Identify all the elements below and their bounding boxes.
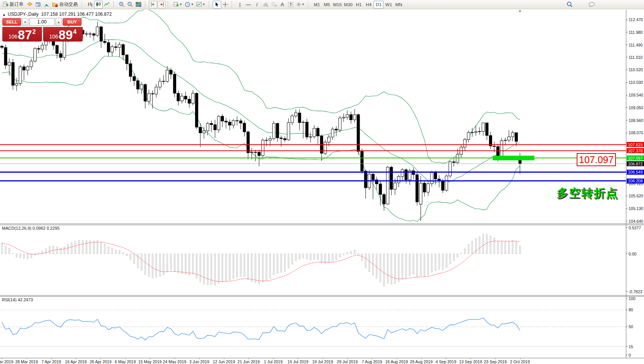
- timeframe-h1[interactable]: H1: [354, 1, 364, 8]
- zoom-in-icon: [118, 2, 125, 8]
- price-tick-label: 112.470: [629, 17, 643, 22]
- price-tick-label: 110.030: [629, 80, 643, 85]
- time-axis[interactable]: 19 Mar 201928 Mar 20197 Apr 201916 Apr 2…: [0, 358, 626, 364]
- bar-chart-button[interactable]: [86, 1, 94, 8]
- time-tick-mark: [150, 358, 150, 359]
- toolbar-separator: [168, 1, 171, 8]
- price-callout-box[interactable]: 107.097: [577, 153, 616, 166]
- vertical-line-tool[interactable]: |: [236, 1, 244, 8]
- layouts-button[interactable]: [25, 1, 34, 8]
- templates-dropdown[interactable]: ▼: [195, 1, 207, 8]
- arrows-dropdown[interactable]: ▼: [295, 1, 306, 8]
- sell-button[interactable]: SELL: [2, 18, 21, 26]
- macd-tick-mark: [626, 227, 627, 228]
- timeframe-m1[interactable]: M1: [312, 1, 322, 8]
- dropdown-caret-icon: ▼: [191, 3, 194, 6]
- svg-text:F: F: [275, 4, 277, 7]
- cursor-button[interactable]: [213, 1, 221, 8]
- horizontal-line-tool[interactable]: —: [244, 1, 253, 8]
- buy-price-panel[interactable]: 106 89 4: [43, 27, 83, 42]
- time-tick-mark: [199, 358, 200, 359]
- time-tick-label: 24 May 2019: [163, 359, 186, 364]
- timeframe-d1[interactable]: D1: [374, 1, 384, 8]
- price-tick-mark: [626, 120, 627, 120]
- timeframe-m15[interactable]: M15: [332, 1, 343, 8]
- market-watch-button[interactable]: [34, 1, 42, 8]
- periods-dropdown[interactable]: ▼: [184, 1, 195, 8]
- toolbar-group-objects: ▼ ▼ ▼: [172, 0, 207, 9]
- rsi-label: RSI(14) 42.2473: [2, 297, 33, 302]
- buy-button[interactable]: BUY: [63, 18, 82, 26]
- panel-separator[interactable]: [0, 295, 644, 296]
- template-icon: [196, 2, 202, 7]
- macd-scale-label: 0.5377: [629, 225, 641, 230]
- toolbar-group-scroll: [149, 0, 166, 9]
- price-tick-mark: [626, 107, 627, 108]
- price-level-label: 107.097: [627, 155, 644, 160]
- time-tick-label: 3 Jun 2019: [189, 359, 209, 364]
- time-tick-label: 13 Sep 2019: [459, 359, 482, 364]
- timeframe-m30[interactable]: M30: [343, 1, 354, 8]
- buy-price-pips: 89: [58, 29, 73, 41]
- zoom-in-button[interactable]: [117, 1, 126, 8]
- chat-button[interactable]: [587, 1, 596, 8]
- volume-input[interactable]: [29, 18, 55, 26]
- volume-increase-button[interactable]: ▲: [55, 18, 62, 26]
- timeframe-w1[interactable]: W1: [384, 1, 394, 8]
- rsi-panel-canvas[interactable]: [0, 297, 626, 358]
- time-tick-mark: [273, 358, 274, 359]
- chart-window[interactable]: ▲USDJPY-,Daily 107.158 107.291 106.477 1…: [0, 9, 644, 364]
- crosshair-button[interactable]: [221, 1, 230, 8]
- price-level-label: 107.615: [627, 142, 644, 147]
- panel-separator[interactable]: [0, 224, 644, 224]
- time-tick-mark: [470, 358, 471, 359]
- price-scale[interactable]: 112.470111.980111.490111.010110.520110.0…: [626, 9, 644, 358]
- channel-tool[interactable]: E: [261, 1, 270, 8]
- time-tick-mark: [125, 358, 126, 359]
- macd-panel-canvas[interactable]: [0, 225, 626, 295]
- search-button[interactable]: [565, 1, 574, 8]
- time-tick-label: 10 Jul 2019: [287, 359, 308, 364]
- trendline-tool[interactable]: /: [253, 1, 261, 8]
- dropdown-caret-icon: ▼: [202, 3, 205, 6]
- zoom-out-button[interactable]: [126, 1, 134, 8]
- macd-label: MACD(12,26,9) 0.0962 0.2295: [2, 226, 60, 230]
- signals-button[interactable]: [42, 1, 51, 8]
- buy-price-point: 4: [73, 28, 77, 35]
- turning-point-annotation[interactable]: 多空转折点: [557, 185, 618, 201]
- rsi-tick-mark: [626, 299, 627, 299]
- equidistant-channel-icon: E: [262, 2, 269, 7]
- time-tick-mark: [76, 358, 76, 359]
- auto-scroll-button[interactable]: [157, 1, 166, 8]
- timeframe-m5[interactable]: M5: [322, 1, 332, 8]
- rsi-scale-label: 0: [629, 353, 631, 357]
- toolbar-separator: [113, 1, 116, 8]
- price-tick-mark: [626, 57, 627, 57]
- text-label-tool[interactable]: T: [287, 1, 295, 8]
- oneclick-collapse-icon[interactable]: ▲: [2, 13, 6, 17]
- sell-price-panel[interactable]: 106 87 2: [2, 27, 42, 42]
- auto-trading-button[interactable]: 自动交易: [51, 1, 80, 8]
- time-tick-label: 2 Oct 2019: [510, 359, 530, 364]
- line-chart-button[interactable]: [103, 1, 111, 8]
- one-click-prices-row: 106 87 2 106 89 4: [2, 27, 84, 42]
- timeframe-mn[interactable]: MN: [394, 1, 404, 8]
- rsi-tick-mark: [626, 355, 627, 355]
- rsi-scale-label: 15: [629, 344, 633, 349]
- volume-decrease-button[interactable]: ▼: [22, 18, 28, 26]
- chart-shift-button[interactable]: [149, 1, 157, 8]
- time-tick-mark: [175, 358, 175, 359]
- new-chart-dropdown[interactable]: ▼: [172, 1, 184, 8]
- price-tick-label: 104.640: [629, 219, 643, 224]
- candlestick-chart-button[interactable]: [94, 1, 103, 8]
- price-tick-mark: [626, 82, 627, 83]
- vertical-line-icon: |: [239, 2, 240, 7]
- new-order-button[interactable]: 新订单: [2, 1, 25, 8]
- fibonacci-tool[interactable]: F: [270, 1, 278, 8]
- time-tick-mark: [446, 358, 446, 359]
- timeframe-h4[interactable]: H4: [364, 1, 374, 8]
- tile-windows-button[interactable]: [134, 1, 143, 8]
- rsi-tick-mark: [626, 346, 627, 347]
- text-tool[interactable]: A: [278, 1, 287, 8]
- main-chart-canvas[interactable]: [0, 10, 626, 223]
